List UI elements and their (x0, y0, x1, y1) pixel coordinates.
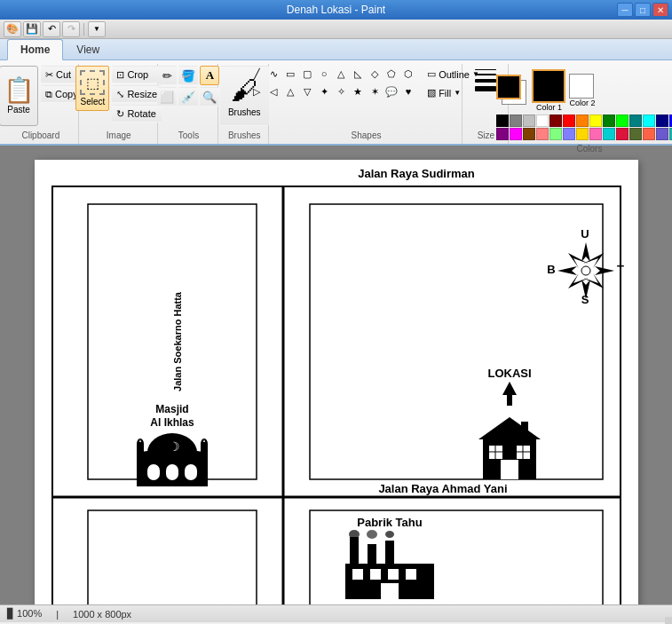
shapes-row-2: ▷ ◁ △ ▽ ✦ ✧ ★ ✶ 💬 ♥ (249, 83, 416, 99)
svg-text:U: U (581, 227, 589, 241)
heart-shape[interactable]: ♥ (400, 83, 416, 99)
star5-shape[interactable]: ★ (350, 83, 366, 99)
hexagon-shape[interactable]: ⬡ (400, 66, 416, 82)
resize-button[interactable]: ⤡ Resize (112, 85, 162, 103)
eraser-button[interactable]: ⬜ (157, 87, 177, 107)
minimize-button[interactable]: ─ (617, 3, 633, 17)
star4-shape[interactable]: ✧ (333, 83, 349, 99)
crop-button[interactable]: ⊡ Crop (112, 66, 162, 83)
copy-icon: ⧉ (45, 89, 52, 100)
svg-rect-61 (352, 569, 363, 580)
shapes-grid: ╱ ∿ ▭ ▢ ○ △ ◺ ◇ ⬠ ⬡ ▷ ◁ △ ▽ ✦ ✧ (249, 66, 416, 99)
color-cell-24[interactable] (629, 128, 642, 140)
color-cell-3[interactable] (536, 115, 549, 127)
star6-shape[interactable]: ✶ (367, 83, 383, 99)
text-button[interactable]: A (200, 66, 219, 85)
pentagon-shape[interactable]: ⬠ (383, 66, 399, 82)
color1-box[interactable] (496, 75, 521, 99)
color-labels: Color 1 (532, 69, 565, 112)
svg-rect-46 (137, 444, 144, 486)
svg-text:Al Ikhlas: Al Ikhlas (150, 416, 194, 429)
color-cell-5[interactable] (563, 115, 575, 127)
color-cell-23[interactable] (616, 128, 629, 140)
ellipse-shape[interactable]: ○ (316, 66, 332, 82)
color-cell-17[interactable] (536, 128, 549, 140)
up-arrow-shape[interactable]: △ (282, 83, 298, 99)
curve-shape[interactable]: ∿ (265, 66, 281, 82)
color-cell-0[interactable] (496, 115, 509, 127)
color-cell-20[interactable] (576, 128, 589, 140)
diamond-shape[interactable]: ◇ (367, 66, 383, 82)
color-cell-12[interactable] (656, 115, 668, 127)
color-cell-2[interactable] (523, 115, 535, 127)
redo-button[interactable]: ↷ (62, 21, 80, 37)
color1-label: Color 1 (532, 103, 565, 112)
copy-label: Copy (55, 89, 78, 99)
status-bar: ▊ 100% | 1000 x 800px (0, 604, 672, 622)
tools-label: Tools (178, 130, 199, 142)
right-triangle-shape[interactable]: ◺ (350, 66, 366, 82)
right-arrow-shape[interactable]: ▷ (249, 83, 265, 99)
paste-button[interactable]: 📋 Paste (0, 66, 38, 126)
color-cell-11[interactable] (643, 115, 655, 127)
maximize-button[interactable]: □ (635, 3, 651, 17)
svg-rect-54 (350, 537, 359, 568)
color-cell-6[interactable] (576, 115, 589, 127)
svg-text:Jalan Soekarno Hatta: Jalan Soekarno Hatta (172, 291, 183, 391)
callout-shape[interactable]: 💬 (383, 83, 399, 99)
color-cell-16[interactable] (523, 128, 535, 140)
magnifier-button[interactable]: 🔍 (200, 87, 219, 107)
color-boxes-row: Color 1 Color 2 (496, 69, 672, 112)
left-arrow-shape[interactable]: ◁ (265, 83, 281, 99)
fill-icon: ▧ (427, 87, 436, 99)
tab-view[interactable]: View (63, 39, 113, 59)
color-palette (496, 115, 672, 140)
color-cell-4[interactable] (549, 115, 562, 127)
pencil-button[interactable]: ✏ (157, 66, 177, 85)
svg-point-59 (385, 531, 394, 538)
resize-label: Resize (127, 89, 157, 99)
rect-shape[interactable]: ▭ (282, 66, 298, 82)
color-cell-9[interactable] (616, 115, 629, 127)
paint-menu-button[interactable]: 🎨 (4, 21, 21, 37)
color-cell-10[interactable] (629, 115, 642, 127)
color2-swatch[interactable] (569, 74, 594, 99)
color1-swatch[interactable] (532, 69, 565, 103)
undo-button[interactable]: ↶ (43, 21, 60, 37)
close-button[interactable]: ✕ (652, 3, 668, 17)
color-cell-8[interactable] (603, 115, 615, 127)
rotate-button[interactable]: ↻ Rotate (112, 105, 162, 122)
color-cell-22[interactable] (603, 128, 615, 140)
fill-button[interactable]: 🪣 (178, 66, 198, 85)
window-controls: ─ □ ✕ (617, 3, 668, 17)
four-arrow-shape[interactable]: ✦ (316, 83, 332, 99)
color-cell-18[interactable] (549, 128, 562, 140)
crop-icon: ⊡ (116, 69, 124, 81)
rounded-rect-shape[interactable]: ▢ (299, 66, 315, 82)
down-arrow-shape[interactable]: ▽ (299, 83, 315, 99)
color-cell-25[interactable] (643, 128, 655, 140)
status-dimensions: 1000 x 800px (73, 609, 131, 620)
colors-group: Color 1 Color 2 Colors (510, 64, 668, 144)
triangle-shape[interactable]: △ (333, 66, 349, 82)
color-cell-1[interactable] (510, 115, 522, 127)
separator (83, 23, 84, 36)
select-button[interactable]: ⬚ Select (75, 66, 109, 111)
color-cell-26[interactable] (656, 128, 668, 140)
down-arrow-button[interactable]: ▼ (88, 21, 106, 37)
color-cell-19[interactable] (563, 128, 575, 140)
svg-rect-65 (381, 583, 399, 599)
tab-home[interactable]: Home (7, 39, 63, 60)
color-cell-15[interactable] (510, 128, 522, 140)
select-label: Select (80, 97, 105, 107)
color-stack (496, 75, 528, 107)
color-picker-button[interactable]: 💉 (178, 87, 198, 107)
save-button[interactable]: 💾 (23, 21, 41, 37)
paint-canvas[interactable]: Jalan Raya Sudirman Jalan Raya Ahmad Yan… (35, 160, 638, 604)
color-cell-21[interactable] (589, 128, 602, 140)
line-shape[interactable]: ╱ (249, 66, 265, 82)
color-cell-7[interactable] (589, 115, 602, 127)
title-bar: Denah Lokasi - Paint ─ □ ✕ (0, 0, 672, 20)
color-cell-14[interactable] (496, 128, 509, 140)
cut-label: Cut (56, 69, 71, 80)
